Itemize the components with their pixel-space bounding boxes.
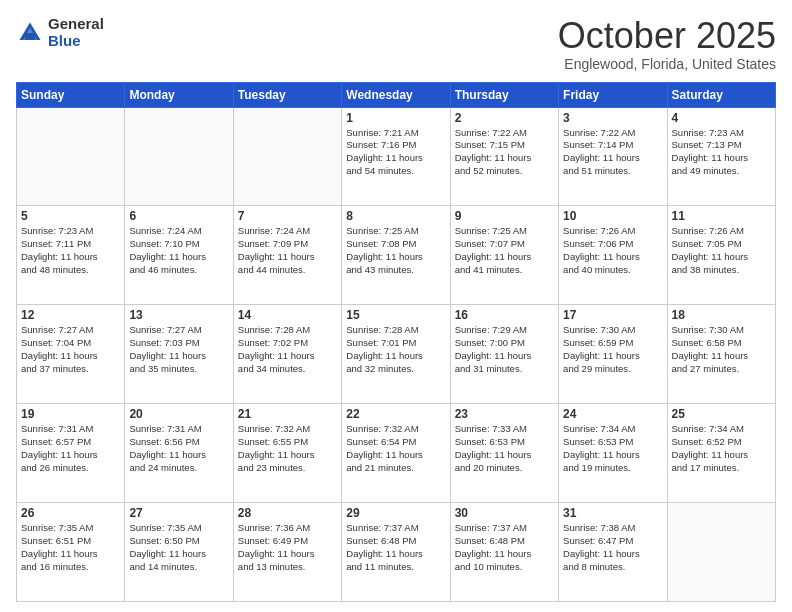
day-number: 10: [563, 209, 662, 223]
day-number: 9: [455, 209, 554, 223]
day-info: Sunrise: 7:37 AM Sunset: 6:48 PM Dayligh…: [346, 522, 445, 573]
day-info: Sunrise: 7:23 AM Sunset: 7:13 PM Dayligh…: [672, 127, 771, 178]
day-number: 15: [346, 308, 445, 322]
table-row: [17, 107, 125, 206]
table-row: 2Sunrise: 7:22 AM Sunset: 7:15 PM Daylig…: [450, 107, 558, 206]
day-number: 13: [129, 308, 228, 322]
table-row: 11Sunrise: 7:26 AM Sunset: 7:05 PM Dayli…: [667, 206, 775, 305]
day-info: Sunrise: 7:23 AM Sunset: 7:11 PM Dayligh…: [21, 225, 120, 276]
table-row: 14Sunrise: 7:28 AM Sunset: 7:02 PM Dayli…: [233, 305, 341, 404]
table-row: 29Sunrise: 7:37 AM Sunset: 6:48 PM Dayli…: [342, 503, 450, 602]
calendar-header-row: Sunday Monday Tuesday Wednesday Thursday…: [17, 82, 776, 107]
col-sunday: Sunday: [17, 82, 125, 107]
table-row: 25Sunrise: 7:34 AM Sunset: 6:52 PM Dayli…: [667, 404, 775, 503]
table-row: 22Sunrise: 7:32 AM Sunset: 6:54 PM Dayli…: [342, 404, 450, 503]
day-number: 27: [129, 506, 228, 520]
table-row: 19Sunrise: 7:31 AM Sunset: 6:57 PM Dayli…: [17, 404, 125, 503]
calendar-week-row: 5Sunrise: 7:23 AM Sunset: 7:11 PM Daylig…: [17, 206, 776, 305]
day-number: 20: [129, 407, 228, 421]
day-number: 29: [346, 506, 445, 520]
day-info: Sunrise: 7:27 AM Sunset: 7:03 PM Dayligh…: [129, 324, 228, 375]
table-row: 12Sunrise: 7:27 AM Sunset: 7:04 PM Dayli…: [17, 305, 125, 404]
day-info: Sunrise: 7:36 AM Sunset: 6:49 PM Dayligh…: [238, 522, 337, 573]
col-wednesday: Wednesday: [342, 82, 450, 107]
table-row: 1Sunrise: 7:21 AM Sunset: 7:16 PM Daylig…: [342, 107, 450, 206]
day-info: Sunrise: 7:34 AM Sunset: 6:53 PM Dayligh…: [563, 423, 662, 474]
day-info: Sunrise: 7:32 AM Sunset: 6:54 PM Dayligh…: [346, 423, 445, 474]
table-row: 13Sunrise: 7:27 AM Sunset: 7:03 PM Dayli…: [125, 305, 233, 404]
day-info: Sunrise: 7:38 AM Sunset: 6:47 PM Dayligh…: [563, 522, 662, 573]
day-number: 12: [21, 308, 120, 322]
calendar-week-row: 19Sunrise: 7:31 AM Sunset: 6:57 PM Dayli…: [17, 404, 776, 503]
day-number: 31: [563, 506, 662, 520]
day-info: Sunrise: 7:31 AM Sunset: 6:57 PM Dayligh…: [21, 423, 120, 474]
day-info: Sunrise: 7:34 AM Sunset: 6:52 PM Dayligh…: [672, 423, 771, 474]
day-number: 25: [672, 407, 771, 421]
day-info: Sunrise: 7:28 AM Sunset: 7:01 PM Dayligh…: [346, 324, 445, 375]
day-number: 3: [563, 111, 662, 125]
day-info: Sunrise: 7:35 AM Sunset: 6:51 PM Dayligh…: [21, 522, 120, 573]
day-number: 8: [346, 209, 445, 223]
page: General Blue October 2025 Englewood, Flo…: [0, 0, 792, 612]
day-info: Sunrise: 7:24 AM Sunset: 7:09 PM Dayligh…: [238, 225, 337, 276]
table-row: [667, 503, 775, 602]
table-row: 10Sunrise: 7:26 AM Sunset: 7:06 PM Dayli…: [559, 206, 667, 305]
calendar-table: Sunday Monday Tuesday Wednesday Thursday…: [16, 82, 776, 602]
day-number: 14: [238, 308, 337, 322]
table-row: 5Sunrise: 7:23 AM Sunset: 7:11 PM Daylig…: [17, 206, 125, 305]
day-number: 17: [563, 308, 662, 322]
day-number: 26: [21, 506, 120, 520]
day-info: Sunrise: 7:31 AM Sunset: 6:56 PM Dayligh…: [129, 423, 228, 474]
table-row: 17Sunrise: 7:30 AM Sunset: 6:59 PM Dayli…: [559, 305, 667, 404]
table-row: 26Sunrise: 7:35 AM Sunset: 6:51 PM Dayli…: [17, 503, 125, 602]
table-row: 15Sunrise: 7:28 AM Sunset: 7:01 PM Dayli…: [342, 305, 450, 404]
day-info: Sunrise: 7:30 AM Sunset: 6:58 PM Dayligh…: [672, 324, 771, 375]
table-row: 28Sunrise: 7:36 AM Sunset: 6:49 PM Dayli…: [233, 503, 341, 602]
day-number: 30: [455, 506, 554, 520]
day-number: 16: [455, 308, 554, 322]
table-row: 6Sunrise: 7:24 AM Sunset: 7:10 PM Daylig…: [125, 206, 233, 305]
day-number: 7: [238, 209, 337, 223]
day-number: 24: [563, 407, 662, 421]
day-number: 6: [129, 209, 228, 223]
day-number: 21: [238, 407, 337, 421]
calendar-week-row: 1Sunrise: 7:21 AM Sunset: 7:16 PM Daylig…: [17, 107, 776, 206]
logo: General Blue: [16, 16, 104, 49]
table-row: 27Sunrise: 7:35 AM Sunset: 6:50 PM Dayli…: [125, 503, 233, 602]
logo-text: General Blue: [48, 16, 104, 49]
day-number: 23: [455, 407, 554, 421]
day-info: Sunrise: 7:29 AM Sunset: 7:00 PM Dayligh…: [455, 324, 554, 375]
col-saturday: Saturday: [667, 82, 775, 107]
day-info: Sunrise: 7:24 AM Sunset: 7:10 PM Dayligh…: [129, 225, 228, 276]
table-row: 23Sunrise: 7:33 AM Sunset: 6:53 PM Dayli…: [450, 404, 558, 503]
day-info: Sunrise: 7:33 AM Sunset: 6:53 PM Dayligh…: [455, 423, 554, 474]
calendar-week-row: 12Sunrise: 7:27 AM Sunset: 7:04 PM Dayli…: [17, 305, 776, 404]
day-info: Sunrise: 7:28 AM Sunset: 7:02 PM Dayligh…: [238, 324, 337, 375]
month-title: October 2025: [558, 16, 776, 56]
table-row: 4Sunrise: 7:23 AM Sunset: 7:13 PM Daylig…: [667, 107, 775, 206]
day-number: 19: [21, 407, 120, 421]
table-row: 9Sunrise: 7:25 AM Sunset: 7:07 PM Daylig…: [450, 206, 558, 305]
svg-rect-2: [25, 33, 36, 40]
header: General Blue October 2025 Englewood, Flo…: [16, 16, 776, 72]
day-info: Sunrise: 7:25 AM Sunset: 7:08 PM Dayligh…: [346, 225, 445, 276]
table-row: 3Sunrise: 7:22 AM Sunset: 7:14 PM Daylig…: [559, 107, 667, 206]
title-block: October 2025 Englewood, Florida, United …: [558, 16, 776, 72]
table-row: 21Sunrise: 7:32 AM Sunset: 6:55 PM Dayli…: [233, 404, 341, 503]
day-info: Sunrise: 7:32 AM Sunset: 6:55 PM Dayligh…: [238, 423, 337, 474]
table-row: 8Sunrise: 7:25 AM Sunset: 7:08 PM Daylig…: [342, 206, 450, 305]
day-number: 4: [672, 111, 771, 125]
day-info: Sunrise: 7:37 AM Sunset: 6:48 PM Dayligh…: [455, 522, 554, 573]
day-info: Sunrise: 7:27 AM Sunset: 7:04 PM Dayligh…: [21, 324, 120, 375]
day-number: 11: [672, 209, 771, 223]
table-row: 24Sunrise: 7:34 AM Sunset: 6:53 PM Dayli…: [559, 404, 667, 503]
table-row: 7Sunrise: 7:24 AM Sunset: 7:09 PM Daylig…: [233, 206, 341, 305]
day-info: Sunrise: 7:26 AM Sunset: 7:05 PM Dayligh…: [672, 225, 771, 276]
col-monday: Monday: [125, 82, 233, 107]
day-info: Sunrise: 7:22 AM Sunset: 7:15 PM Dayligh…: [455, 127, 554, 178]
day-info: Sunrise: 7:22 AM Sunset: 7:14 PM Dayligh…: [563, 127, 662, 178]
col-tuesday: Tuesday: [233, 82, 341, 107]
calendar-week-row: 26Sunrise: 7:35 AM Sunset: 6:51 PM Dayli…: [17, 503, 776, 602]
table-row: [125, 107, 233, 206]
logo-blue: Blue: [48, 33, 104, 50]
